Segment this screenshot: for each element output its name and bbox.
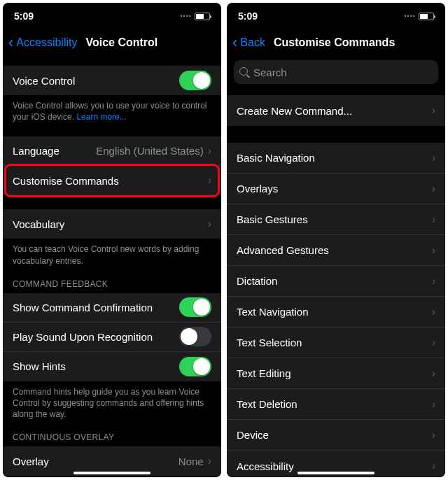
chevron-right-icon: ›: [432, 104, 435, 117]
category-label: Device: [237, 429, 432, 441]
row-show-confirmation[interactable]: Show Command Confirmation: [3, 293, 221, 323]
status-bar: 5:09 ••••: [227, 3, 445, 29]
category-label: Advanced Gestures: [237, 244, 432, 256]
search-placeholder: Search: [253, 66, 287, 78]
search-input[interactable]: Search: [234, 60, 438, 84]
chevron-right-icon: ›: [208, 174, 211, 187]
row-category[interactable]: Text Deletion›: [227, 389, 445, 420]
signal-dots: ••••: [180, 13, 192, 20]
status-time: 5:09: [238, 10, 258, 22]
hints-description: Command hints help guide you as you lear…: [3, 381, 221, 421]
battery-icon: [195, 13, 210, 20]
language-label: Language: [13, 145, 96, 157]
show-hints-label: Show Hints: [13, 360, 179, 372]
voice-control-description: Voice Control allows you to use your voi…: [3, 95, 221, 122]
create-command-label: Create New Command...: [237, 105, 432, 117]
back-button[interactable]: Back: [240, 36, 265, 49]
group-feedback: Show Command Confirmation Play Sound Upo…: [3, 293, 221, 381]
row-category[interactable]: Text Selection›: [227, 327, 445, 358]
nav-bar: ‹ Accessibility Voice Control: [3, 29, 221, 56]
show-confirmation-toggle[interactable]: [179, 297, 211, 317]
status-right: ••••: [404, 13, 434, 20]
voice-control-toggle[interactable]: [179, 71, 211, 90]
language-value: English (United States): [96, 145, 203, 157]
battery-icon: [419, 13, 434, 20]
row-language[interactable]: Language English (United States) ›: [3, 136, 221, 166]
chevron-right-icon: ›: [432, 429, 435, 442]
row-category[interactable]: Advanced Gestures›: [227, 235, 445, 266]
row-category[interactable]: Dictation›: [227, 266, 445, 297]
page-title: Customise Commands: [274, 36, 395, 49]
group-categories: Basic Navigation›Overlays›Basic Gestures…: [227, 143, 445, 477]
group-language: Language English (United States) › Custo…: [3, 136, 221, 195]
chevron-right-icon: ›: [432, 398, 435, 411]
category-label: Dictation: [237, 275, 432, 287]
chevron-right-icon: ›: [432, 275, 435, 288]
category-label: Basic Gestures: [237, 213, 432, 225]
voice-control-label: Voice Control: [13, 75, 179, 87]
row-category[interactable]: Basic Gestures›: [227, 204, 445, 235]
nav-bar: ‹ Back Customise Commands: [227, 29, 445, 56]
learn-more-link[interactable]: Learn more...: [76, 112, 126, 122]
show-confirmation-label: Show Command Confirmation: [13, 302, 179, 313]
chevron-right-icon: ›: [432, 367, 435, 380]
chevron-right-icon: ›: [432, 306, 435, 318]
status-time: 5:09: [14, 10, 34, 22]
customise-commands-label: Customise Commands: [13, 175, 208, 187]
search-wrap: Search: [227, 56, 445, 91]
chevron-right-icon: ›: [432, 213, 435, 226]
chevron-right-icon: ›: [432, 460, 435, 472]
category-label: Accessibility: [237, 460, 432, 472]
show-hints-toggle[interactable]: [179, 357, 211, 376]
category-label: Text Editing: [237, 367, 432, 379]
overlay-header: CONTINUOUS OVERLAY: [3, 420, 221, 446]
row-vocabulary[interactable]: Vocabulary ›: [3, 209, 221, 239]
row-play-sound[interactable]: Play Sound Upon Recognition: [3, 323, 221, 352]
group-vocabulary: Vocabulary ›: [3, 209, 221, 239]
overlay-value: None: [178, 456, 204, 467]
back-chevron-icon[interactable]: ‹: [8, 35, 13, 50]
vocabulary-label: Vocabulary: [13, 218, 208, 230]
row-create-command[interactable]: Create New Command... ›: [227, 95, 445, 126]
back-chevron-icon[interactable]: ‹: [232, 35, 237, 50]
play-sound-toggle[interactable]: [179, 327, 211, 346]
row-category[interactable]: Basic Navigation›: [227, 143, 445, 174]
row-voice-control-toggle[interactable]: Voice Control: [3, 66, 221, 95]
phone-voice-control: 5:09 •••• ‹ Accessibility Voice Control …: [3, 3, 221, 477]
back-button[interactable]: Accessibility: [16, 36, 77, 49]
status-right: ••••: [180, 13, 210, 20]
phone-customise-commands: 5:09 •••• ‹ Back Customise Commands Sear…: [227, 3, 445, 477]
vocabulary-description: You can teach Voice Control new words by…: [3, 239, 221, 266]
home-indicator[interactable]: [74, 472, 150, 474]
chevron-right-icon: ›: [432, 152, 435, 164]
chevron-right-icon: ›: [432, 183, 435, 195]
row-category[interactable]: Device›: [227, 420, 445, 451]
overlay-label: Overlay: [13, 456, 178, 467]
category-label: Text Deletion: [237, 398, 432, 410]
chevron-right-icon: ›: [208, 218, 211, 230]
status-bar: 5:09 ••••: [3, 3, 221, 29]
chevron-right-icon: ›: [208, 145, 211, 157]
row-customise-commands[interactable]: Customise Commands ›: [3, 166, 221, 195]
category-label: Text Navigation: [237, 306, 432, 318]
category-label: Basic Navigation: [237, 152, 432, 164]
play-sound-label: Play Sound Upon Recognition: [13, 331, 179, 343]
row-category[interactable]: Text Editing›: [227, 358, 445, 389]
category-label: Overlays: [237, 183, 432, 195]
category-label: Text Selection: [237, 337, 432, 348]
signal-dots: ••••: [404, 13, 416, 20]
page-title: Voice Control: [85, 36, 158, 49]
chevron-right-icon: ›: [432, 244, 435, 257]
row-category[interactable]: Overlays›: [227, 174, 445, 204]
row-category[interactable]: Text Navigation›: [227, 297, 445, 327]
group-create: Create New Command... ›: [227, 95, 445, 126]
group-voice-control: Voice Control: [3, 66, 221, 95]
content-scroll[interactable]: Search Create New Command... › Basic Nav…: [227, 56, 445, 477]
search-icon: [239, 67, 249, 77]
home-indicator[interactable]: [298, 472, 374, 474]
content-scroll[interactable]: Voice Control Voice Control allows you t…: [3, 56, 221, 477]
chevron-right-icon: ›: [432, 337, 435, 349]
chevron-right-icon: ›: [208, 455, 211, 467]
feedback-header: COMMAND FEEDBACK: [3, 267, 221, 293]
row-show-hints[interactable]: Show Hints: [3, 352, 221, 381]
